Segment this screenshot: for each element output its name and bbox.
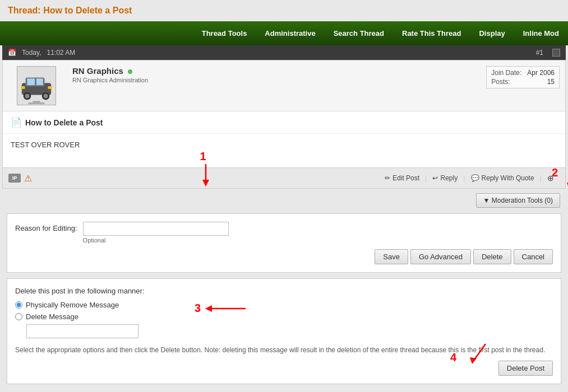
nav-inline-mod[interactable]: Inline Mod [514,21,568,45]
delete-post-row: 4 Delete Post [15,361,553,376]
physically-remove-radio[interactable] [15,301,22,309]
physically-remove-label[interactable]: Physically Remove Message [26,301,119,309]
form-buttons: Save Go Advanced Delete Cancel [15,249,553,264]
annotation-3-container: 3 Physically Remove Message Delete Messa… [15,301,553,338]
annotation-2-container: 2 ▼ Moderation Tools (0) [476,193,560,208]
annotation-1: 1 [200,150,211,186]
delete-message-label[interactable]: Delete Message [26,312,78,321]
annotation-4: 4 [450,344,491,364]
physically-remove-option: Physically Remove Message [15,301,553,309]
nav-administrative[interactable]: Administrative [256,21,324,45]
nav-rate-thread[interactable]: Rate This Thread [393,21,470,45]
save-button[interactable]: Save [375,249,408,264]
annotation-2: 2 [552,166,568,190]
post-select-checkbox[interactable] [552,49,560,57]
delete-post-button[interactable]: Delete Post [498,361,553,376]
calendar-icon: 📅 [8,49,16,57]
svg-point-6 [25,94,30,99]
post-header: RN Graphics RN Graphics Administration J… [3,60,565,111]
avatar [17,66,56,105]
delete-button[interactable]: Delete [473,249,511,264]
post-number: #1 [536,49,543,57]
delete-section: Delete this post in the following manner… [7,278,561,384]
svg-point-8 [44,94,48,99]
post-meta-bar: 📅 Today, 11:02 AM #1 [2,45,566,60]
nav-thread-tools[interactable]: Thread Tools [193,21,256,45]
edit-panel: Reason for Editing: Optional Save Go Adv… [7,213,561,273]
reply-with-quote-button[interactable]: 💬 Reply With Quote [465,172,540,184]
edit-post-button[interactable]: ✏ Edit Post [379,172,425,184]
svg-rect-12 [28,102,44,104]
svg-rect-9 [21,86,25,89]
reason-form-row: Reason for Editing: Optional [15,222,553,244]
posts-value: 15 [527,78,555,86]
annotation-3: 3 [195,302,247,315]
user-stats: Join Date: Apr 2006 Posts: 15 [486,66,560,88]
post-title-text: How to Delete a Post [25,118,103,127]
user-role: RN Graphics Administration [72,77,486,83]
action-bar-left: IP ⚠ [8,173,32,184]
post-body: TEST OVER ROVER [3,134,565,167]
join-date-value: Apr 2006 [527,69,555,77]
svg-rect-10 [48,86,52,89]
moderation-tools-button[interactable]: ▼ Moderation Tools (0) [476,193,560,208]
username: RN Graphics [72,66,486,76]
nav-bar: Thread Tools Administrative Search Threa… [0,21,568,45]
ip-icon[interactable]: IP [8,174,21,183]
document-icon: 📄 [11,117,22,128]
svg-rect-3 [27,78,35,85]
posts-label: Posts: [491,78,521,86]
mod-tools-row: 2 ▼ Moderation Tools (0) [2,189,566,211]
join-date-label: Join Date: [491,69,521,77]
delete-manner-title: Delete this post in the following manner… [15,287,553,295]
nav-search-thread[interactable]: Search Thread [325,21,393,45]
svg-marker-18 [205,305,212,312]
nav-display[interactable]: Display [470,21,514,45]
delete-message-radio[interactable] [15,313,22,320]
delete-reason-input[interactable] [26,324,138,338]
avatar-area [8,66,64,105]
go-advanced-button[interactable]: Go Advanced [410,249,471,264]
page-title: Thread: How to Delete a Post [0,0,568,21]
annotation-4-container: 4 Delete Post [498,361,553,376]
optional-label: Optional [83,237,229,244]
svg-line-19 [474,344,486,360]
action-bar-right: ✏ Edit Post | ↩ Reply | 💬 Reply With Quo… [379,171,560,185]
online-indicator [128,69,132,74]
cancel-button[interactable]: Cancel [514,249,553,264]
reason-input[interactable] [83,222,229,236]
action-bar: IP ⚠ 1 ✏ [3,167,565,188]
post-timestamp-label: Today, [22,49,41,57]
delete-message-option: Delete Message [15,312,553,321]
reason-label: Reason for Editing: [15,222,77,232]
reply-button[interactable]: ↩ Reply [427,172,463,184]
reason-input-wrapper: Optional [83,222,229,244]
svg-marker-14 [202,180,209,186]
post-title-bar: 📄 How to Delete a Post [3,111,565,134]
warn-icon[interactable]: ⚠ [24,173,32,184]
post-container: RN Graphics RN Graphics Administration J… [2,60,566,189]
post-timestamp-value: 11:02 AM [47,49,75,57]
svg-marker-20 [470,357,477,364]
user-info: RN Graphics RN Graphics Administration [64,66,486,105]
svg-rect-4 [36,78,43,85]
